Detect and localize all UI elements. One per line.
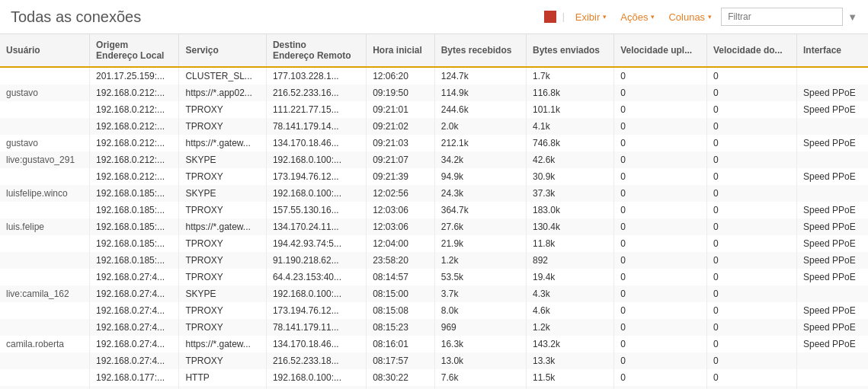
cell-bytes_env: 116.8k xyxy=(527,84,614,101)
table-row[interactable]: live:gustavo_291192.168.0.212:...SKYPE19… xyxy=(0,151,868,168)
cell-hora: 12:04:00 xyxy=(367,235,435,252)
table-row[interactable]: luis.felipe192.168.0.185:...https://*.ga… xyxy=(0,218,868,235)
cell-hora: 09:21:01 xyxy=(367,101,435,118)
table-row[interactable]: luisfelipe.winco192.168.0.185:...SKYPE19… xyxy=(0,185,868,202)
cell-bytes_env: 11.8k xyxy=(527,235,614,252)
cell-usuario xyxy=(0,168,90,185)
table-row[interactable]: 192.168.0.185:...TPROXY91.190.218.62...2… xyxy=(0,252,868,269)
cell-bytes_rec: 24.3k xyxy=(434,185,526,202)
cell-vel_down: 0 xyxy=(706,352,796,369)
table-row[interactable]: 192.168.0.212:...TPROXY173.194.76.12...0… xyxy=(0,168,868,185)
col-bytes-rec: Bytes recebidos xyxy=(434,34,526,67)
cell-bytes_env: 892 xyxy=(527,252,614,269)
cell-bytes_rec: 94.9k xyxy=(434,168,526,185)
cell-vel_up: 0 xyxy=(614,336,707,352)
colunas-button[interactable]: Colunas ▾ xyxy=(664,9,716,25)
cell-bytes_rec: 244.6k xyxy=(434,101,526,118)
cell-hora: 12:02:56 xyxy=(367,185,435,202)
cell-bytes_rec: 969 xyxy=(434,319,526,336)
exibir-caret-icon: ▾ xyxy=(603,13,607,21)
cell-interface: Speed PPoE xyxy=(796,302,868,319)
cell-servico: TPROXY xyxy=(179,202,266,218)
table-row[interactable]: 192.168.0.185:...TPROXY157.55.130.16...1… xyxy=(0,202,868,218)
cell-hora: 09:21:07 xyxy=(367,151,435,168)
table-row[interactable]: 192.168.0.27:4...TPROXY216.52.233.18...0… xyxy=(0,352,868,369)
cell-destino: 194.42.93.74:5... xyxy=(266,235,366,252)
cell-vel_down: 0 xyxy=(706,285,796,302)
table-row[interactable]: 192.168.0.27:4...TPROXY64.4.23.153:40...… xyxy=(0,269,868,285)
cell-origem: 192.168.0.27:4... xyxy=(90,336,179,352)
cell-origem: 192.168.0.212:... xyxy=(90,84,179,101)
cell-destino: 173.194.76.12... xyxy=(266,168,366,185)
cell-vel_up: 0 xyxy=(614,67,707,84)
cell-vel_down: 0 xyxy=(706,135,796,151)
table-row[interactable]: 192.168.0.185:...TPROXY194.42.93.74:5...… xyxy=(0,235,868,252)
cell-usuario xyxy=(0,369,90,386)
cell-destino: 192.168.0.100:... xyxy=(266,369,366,386)
cell-usuario xyxy=(0,302,90,319)
cell-interface: Speed PPoE xyxy=(796,202,868,218)
cell-origem: 192.168.0.185:... xyxy=(90,218,179,235)
divider: | xyxy=(562,11,565,22)
table-row[interactable]: live:evandro.sa...192.168.0.177:...SKYPE… xyxy=(0,386,868,389)
table-row[interactable]: 201.17.25.159:...CLUSTER_SL...177.103.22… xyxy=(0,67,868,84)
cell-servico: SKYPE xyxy=(179,285,266,302)
cell-destino: 111.221.77.15... xyxy=(266,101,366,118)
cell-origem: 192.168.0.177:... xyxy=(90,386,179,389)
table-row[interactable]: 192.168.0.27:4...TPROXY173.194.76.12...0… xyxy=(0,302,868,319)
cell-usuario xyxy=(0,352,90,369)
cell-bytes_rec: 34.2k xyxy=(434,151,526,168)
connections-table-container: Usuário OrigemEndereço Local Serviço Des… xyxy=(0,34,868,389)
table-row[interactable]: 192.168.0.212:...TPROXY78.141.179.14...0… xyxy=(0,118,868,135)
cell-interface xyxy=(796,369,868,386)
table-row[interactable]: gustavo192.168.0.212:...https://*.gatew.… xyxy=(0,135,868,151)
cell-bytes_env: 130.4k xyxy=(527,218,614,235)
cell-origem: 192.168.0.212:... xyxy=(90,135,179,151)
cell-destino: 64.4.23.153:40... xyxy=(266,269,366,285)
cell-servico: TPROXY xyxy=(179,235,266,252)
cell-vel_down: 0 xyxy=(706,218,796,235)
exibir-button[interactable]: Exibir ▾ xyxy=(571,9,612,25)
cell-servico: TPROXY xyxy=(179,101,266,118)
cell-origem: 192.168.0.185:... xyxy=(90,185,179,202)
cell-usuario xyxy=(0,235,90,252)
cell-interface: Speed PPoE xyxy=(796,101,868,118)
cell-hora: 09:19:50 xyxy=(367,84,435,101)
cell-vel_up: 0 xyxy=(614,84,707,101)
cell-interface: Speed PPoE xyxy=(796,84,868,101)
header-controls: | Exibir ▾ Ações ▾ Colunas ▾ ▼ xyxy=(544,8,857,26)
cell-bytes_rec: 2.0k xyxy=(434,118,526,135)
table-row[interactable]: gustavo192.168.0.212:...https://*.app02.… xyxy=(0,84,868,101)
cell-origem: 201.17.25.159:... xyxy=(90,67,179,84)
cell-usuario: live:evandro.sa... xyxy=(0,386,90,389)
col-hora: Hora inicial xyxy=(367,34,435,67)
col-usuario: Usuário xyxy=(0,34,90,67)
cell-vel_up: 0 xyxy=(614,185,707,202)
cell-bytes_rec: 8.0k xyxy=(434,302,526,319)
table-row[interactable]: live:camila_162192.168.0.27:4...SKYPE192… xyxy=(0,285,868,302)
cell-bytes_env: 11.5k xyxy=(527,369,614,386)
cell-vel_up: 0 xyxy=(614,118,707,135)
cell-servico: https://*.gatew... xyxy=(179,336,266,352)
cell-hora: 08:15:23 xyxy=(367,319,435,336)
cell-origem: 192.168.0.212:... xyxy=(90,118,179,135)
cell-servico: https://*.gatew... xyxy=(179,135,266,151)
cell-destino: 78.141.179.11... xyxy=(266,319,366,336)
cell-vel_down: 0 xyxy=(706,336,796,352)
color-swatch[interactable] xyxy=(544,11,556,23)
cell-bytes_env: 4.6k xyxy=(527,302,614,319)
cell-usuario: gustavo xyxy=(0,84,90,101)
table-row[interactable]: camila.roberta192.168.0.27:4...https://*… xyxy=(0,336,868,352)
cell-destino: 157.55.130.16... xyxy=(266,202,366,218)
cell-vel_up: 0 xyxy=(614,369,707,386)
filter-input[interactable] xyxy=(721,8,843,26)
cell-vel_up: 0 xyxy=(614,202,707,218)
table-row[interactable]: 192.168.0.177:...HTTP192.168.0.100:...08… xyxy=(0,369,868,386)
cell-usuario xyxy=(0,118,90,135)
table-row[interactable]: 192.168.0.212:...TPROXY111.221.77.15...0… xyxy=(0,101,868,118)
acoes-button[interactable]: Ações ▾ xyxy=(616,9,659,25)
cell-destino: 91.190.218.62... xyxy=(266,252,366,269)
cell-hora: 09:21:03 xyxy=(367,135,435,151)
cell-hora: 08:16:01 xyxy=(367,336,435,352)
table-row[interactable]: 192.168.0.27:4...TPROXY78.141.179.11...0… xyxy=(0,319,868,336)
